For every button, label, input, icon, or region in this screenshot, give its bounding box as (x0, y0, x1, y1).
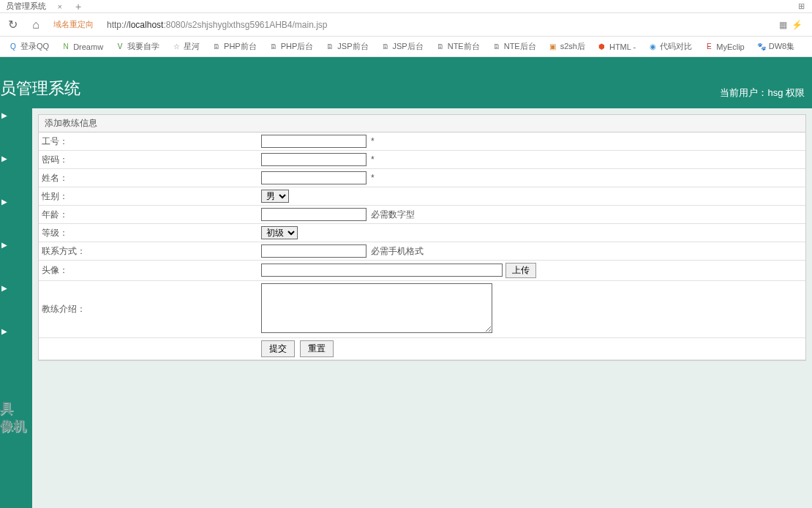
qr-icon[interactable]: ▦ (779, 20, 787, 30)
bookmark-icon: N (61, 42, 71, 52)
browser-toolbar: ↻ ⌂ 域名重定向 http://localhost:8080/s2shjshy… (0, 13, 812, 37)
label-contact: 联系方式： (39, 242, 258, 261)
bookmark-icon: 🗎 (268, 42, 279, 52)
bookmark-icon: ⬢ (597, 42, 607, 52)
sidebar-toggle[interactable]: ▶ (0, 195, 32, 209)
browser-tab[interactable]: 员管理系统 × (0, 0, 68, 12)
app-body: ▶ ▶ ▶ ▶ ▶ ▶ 添加教练信息 工号： * 密码： * 姓名： * (0, 108, 812, 508)
input-avatar[interactable] (261, 264, 503, 277)
bookmark-item[interactable]: 🐾DW8集 (752, 40, 799, 53)
label-id: 工号： (39, 132, 258, 151)
bookmark-item[interactable]: 🗎JSP前台 (320, 40, 372, 53)
input-contact[interactable] (261, 244, 366, 258)
browser-tabs: 员管理系统 × + ⊞ (0, 0, 812, 13)
input-password[interactable] (261, 153, 366, 166)
label-avatar: 头像： (39, 261, 258, 281)
row-actions: 提交 重置 (39, 338, 805, 360)
new-tab-button[interactable]: + (68, 1, 89, 12)
row-avatar: 头像： 上传 (39, 261, 805, 281)
sidebar-toggle[interactable]: ▶ (0, 108, 32, 122)
bookmark-item[interactable]: NDreamw (56, 40, 108, 53)
bookmark-label: 星河 (184, 41, 200, 52)
label-intro: 教练介绍： (39, 281, 258, 338)
bookmark-icon: Q (8, 42, 18, 52)
bookmark-label: HTML - (609, 42, 636, 51)
sidebar-toggle[interactable]: ▶ (0, 152, 32, 165)
bookmark-icon: ▣ (548, 42, 558, 52)
hint-contact: 必需手机格式 (371, 246, 424, 256)
row-gender: 性别： 男女 (39, 187, 805, 206)
bookmark-icon: 🗎 (380, 42, 391, 52)
bookmark-icon: ☆ (171, 42, 181, 52)
label-name: 姓名： (39, 169, 258, 187)
bookmark-label: NTE前台 (448, 41, 480, 52)
app-header: 员管理系统 当前用户：hsg 权限 (0, 57, 812, 108)
bookmark-item[interactable]: 🗎JSP后台 (376, 40, 428, 53)
url-host: localhost (129, 20, 163, 30)
tab-menu-icon[interactable]: ⊞ (791, 1, 812, 11)
reset-button[interactable]: 重置 (300, 340, 334, 357)
bookmark-label: NTE后台 (504, 41, 536, 52)
bookmark-item[interactable]: EMyEclip (699, 40, 749, 53)
row-age: 年龄： 必需数字型 (39, 206, 805, 224)
select-gender[interactable]: 男女 (261, 190, 289, 203)
url-bar[interactable]: http://localhost:8080/s2shjshyglxthsg596… (102, 18, 767, 31)
watermark: 具像机 (0, 400, 26, 435)
row-id: 工号： * (39, 132, 805, 151)
bookmark-item[interactable]: 🗎NTE后台 (487, 40, 541, 53)
sidebar-toggle[interactable]: ▶ (0, 281, 32, 295)
bookmark-item[interactable]: ◉代码对比 (643, 40, 696, 53)
app-title: 员管理系统 (0, 78, 80, 100)
submit-button[interactable]: 提交 (261, 340, 295, 357)
bookmark-item[interactable]: V我要自学 (110, 40, 164, 53)
content-area: 添加教练信息 工号： * 密码： * 姓名： * 性别： 男女 (32, 108, 812, 508)
label-password: 密码： (39, 151, 258, 169)
row-intro: 教练介绍： (39, 281, 805, 338)
input-name[interactable] (261, 171, 366, 184)
row-level: 等级： 初级中级高级 (39, 224, 805, 242)
bookmark-icon: V (115, 42, 125, 52)
home-button[interactable]: ⌂ (27, 16, 45, 34)
bookmark-label: 代码对比 (660, 41, 692, 52)
close-icon[interactable]: × (58, 2, 62, 11)
bookmark-label: DW8集 (769, 41, 794, 52)
bookmark-item[interactable]: Q登录QQ (4, 40, 53, 53)
bookmark-label: Dreamw (73, 42, 103, 51)
bookmark-item[interactable]: 🗎PHP前台 (207, 40, 261, 53)
hint-id: * (371, 136, 375, 146)
textarea-intro[interactable] (261, 283, 492, 333)
input-age[interactable] (261, 208, 366, 221)
sidebar-toggle[interactable]: ▶ (0, 238, 32, 252)
flash-icon[interactable]: ⚡ (792, 20, 802, 30)
row-name: 姓名： * (39, 169, 805, 187)
label-age: 年龄： (39, 206, 258, 224)
bookmark-label: PHP前台 (224, 41, 257, 52)
sidebar-toggle[interactable]: ▶ (0, 324, 32, 338)
bookmark-label: s2sh后 (560, 41, 585, 52)
bookmark-icon: 🐾 (756, 42, 767, 52)
label-level: 等级： (39, 224, 258, 242)
form-title: 添加教练信息 (39, 115, 805, 132)
input-id[interactable] (261, 135, 366, 148)
upload-button[interactable]: 上传 (505, 263, 536, 278)
bookmark-icon: 🗎 (492, 42, 502, 52)
bookmark-item[interactable]: ▣s2sh后 (544, 40, 590, 53)
bookmark-item[interactable]: ☆星河 (167, 40, 204, 53)
bookmark-icon: E (704, 42, 714, 52)
bookmark-item[interactable]: 🗎PHP后台 (264, 40, 318, 53)
bookmark-label: 我要自学 (127, 41, 159, 52)
bookmarks-bar: Q登录QQNDreamwV我要自学☆星河🗎PHP前台🗎PHP后台🗎JSP前台🗎J… (0, 37, 812, 57)
reload-icon: ↻ (8, 18, 18, 31)
bookmark-item[interactable]: ⬢HTML - (593, 40, 640, 53)
sidebar: ▶ ▶ ▶ ▶ ▶ ▶ (0, 108, 32, 508)
url-prefix: http:// (107, 20, 129, 30)
bookmark-label: PHP后台 (281, 41, 314, 52)
reload-button[interactable]: ↻ (4, 16, 21, 34)
current-user-label: 当前用户：hsg 权限 (720, 86, 805, 100)
url-path: :8080/s2shjshyglxthsg5961AHB4/main.jsp (163, 20, 327, 30)
select-level[interactable]: 初级中级高级 (261, 226, 298, 239)
bookmark-icon: 🗎 (211, 42, 222, 52)
bookmark-icon: 🗎 (435, 42, 446, 52)
bookmark-label: MyEclip (716, 42, 745, 51)
bookmark-item[interactable]: 🗎NTE前台 (431, 40, 484, 53)
